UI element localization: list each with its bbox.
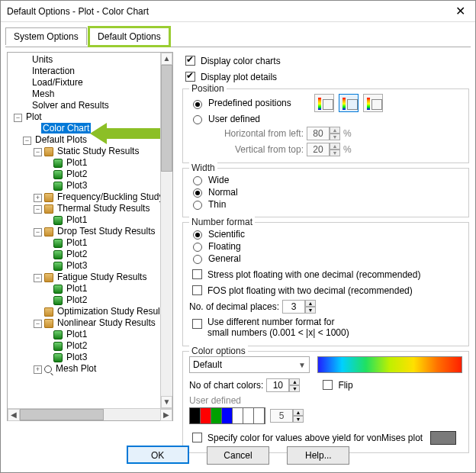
flip-checkbox[interactable]: [323, 380, 333, 390]
scroll-left-icon[interactable]: ◀: [8, 409, 20, 421]
tree-freq[interactable]: Frequency/Buckling Study Results: [56, 191, 160, 202]
spin-up-icon[interactable]: ▲: [305, 300, 316, 307]
tree-load[interactable]: Load/Fixture: [31, 77, 85, 88]
width-thin-radio[interactable]: [193, 201, 202, 210]
spin-down-icon[interactable]: ▼: [330, 150, 340, 156]
cancel-button[interactable]: Cancel: [207, 446, 269, 465]
tree-static-plot1[interactable]: Plot1: [65, 157, 88, 168]
user-defined-count-input[interactable]: [270, 409, 293, 423]
fos-plot-checkbox[interactable]: [192, 285, 202, 295]
color-swatch[interactable]: [211, 408, 222, 423]
predefined-positions-radio[interactable]: [193, 100, 202, 109]
tree-horizontal-scrollbar[interactable]: ◀ ▶: [8, 408, 172, 420]
color-swatch[interactable]: [243, 408, 254, 423]
options-tree[interactable]: Units Interaction Load/Fixture Mesh Solv…: [8, 53, 160, 408]
tree-nonlin-plot3[interactable]: Plot3: [65, 352, 88, 362]
tree-fatigue-plot2[interactable]: Plot2: [65, 294, 88, 305]
spin-up-icon[interactable]: ▲: [293, 409, 304, 416]
spin-down-icon[interactable]: ▼: [293, 416, 304, 423]
tree-nonlin-plot2[interactable]: Plot2: [65, 340, 88, 351]
ok-button[interactable]: OK: [127, 446, 189, 464]
display-color-charts-checkbox[interactable]: [185, 56, 195, 66]
tree-default-plots[interactable]: Default Plots: [34, 134, 88, 145]
collapse-icon[interactable]: −: [34, 228, 42, 236]
tree-fatigue[interactable]: Fatigue Study Results: [56, 272, 148, 282]
position-preset-1[interactable]: [314, 94, 334, 112]
expand-icon[interactable]: +: [34, 194, 42, 202]
user-color-swatches[interactable]: [189, 407, 265, 424]
tree-drop-plot1[interactable]: Plot1: [65, 237, 88, 248]
spin-up-icon[interactable]: ▲: [330, 127, 340, 134]
spin-down-icon[interactable]: ▼: [330, 134, 340, 140]
floating-radio[interactable]: [193, 243, 202, 252]
tree-optim[interactable]: Optimization Study Results: [56, 306, 160, 317]
tree-color-chart[interactable]: Color Chart: [41, 123, 91, 134]
scientific-label: Scientific: [208, 229, 245, 240]
tree-nonlin[interactable]: Nonlinear Study Results: [56, 317, 157, 328]
collapse-icon[interactable]: −: [34, 320, 42, 328]
tree-meshplot[interactable]: Mesh Plot: [54, 363, 98, 374]
close-icon[interactable]: ✕: [445, 1, 475, 22]
user-defined-position-radio[interactable]: [193, 115, 202, 124]
general-radio[interactable]: [193, 255, 202, 264]
tab-default-options[interactable]: Default Options: [89, 27, 169, 45]
tree-thermal-plot1[interactable]: Plot1: [65, 214, 88, 225]
number-format-group: Number format Scientific Floating Genera…: [182, 222, 469, 346]
display-color-charts-label: Display color charts: [201, 56, 281, 66]
stress-plot-checkbox[interactable]: [192, 269, 202, 279]
width-wide-radio[interactable]: [193, 176, 202, 185]
no-of-chart-colors-input[interactable]: [266, 378, 289, 392]
decimal-places-input[interactable]: [282, 300, 305, 314]
tree-fatigue-plot1[interactable]: Plot1: [65, 283, 88, 294]
scroll-down-icon[interactable]: ▼: [161, 396, 172, 408]
tree-plot[interactable]: Plot: [24, 111, 43, 122]
collapse-icon[interactable]: −: [14, 114, 22, 122]
scroll-thumb[interactable]: [161, 65, 172, 172]
different-number-format-checkbox[interactable]: [192, 319, 202, 329]
tree-units[interactable]: Units: [31, 54, 54, 65]
scroll-up-icon[interactable]: ▲: [161, 53, 172, 65]
spin-down-icon[interactable]: ▼: [289, 385, 300, 392]
collapse-icon[interactable]: −: [34, 274, 42, 282]
color-swatch[interactable]: [190, 408, 201, 423]
scroll-right-icon[interactable]: ▶: [160, 409, 172, 421]
color-swatch[interactable]: [222, 408, 233, 423]
position-preset-3[interactable]: [363, 94, 383, 112]
spin-up-icon[interactable]: ▲: [330, 143, 340, 150]
tree-mesh[interactable]: Mesh: [31, 88, 56, 99]
color-swatch[interactable]: [254, 408, 265, 423]
color-options-group: Color options Default ▼ No of chart colo…: [182, 351, 469, 453]
color-swatch[interactable]: [201, 408, 211, 423]
tree-nonlin-plot1[interactable]: Plot1: [65, 329, 88, 339]
spin-up-icon[interactable]: ▲: [289, 378, 300, 385]
collapse-icon[interactable]: −: [23, 137, 31, 145]
scroll-thumb[interactable]: [20, 409, 104, 420]
display-plot-details-checkbox[interactable]: [185, 72, 195, 82]
horizontal-from-left-input[interactable]: [307, 127, 330, 140]
color-map-combo[interactable]: Default ▼: [189, 356, 310, 373]
collapse-icon[interactable]: −: [34, 148, 42, 156]
specify-yield-color-checkbox[interactable]: [192, 433, 202, 442]
tree-thermal[interactable]: Thermal Study Results: [56, 203, 151, 214]
tree-drop[interactable]: Drop Test Study Results: [56, 226, 157, 236]
color-spectrum-preview: [317, 356, 462, 373]
tree-drop-plot3[interactable]: Plot3: [65, 260, 88, 271]
expand-icon[interactable]: +: [34, 365, 42, 374]
scientific-radio[interactable]: [193, 230, 202, 240]
vertical-from-top-input[interactable]: [307, 143, 330, 156]
tree-solver[interactable]: Solver and Results: [31, 100, 111, 111]
tree-static-plot3[interactable]: Plot3: [65, 180, 88, 191]
spin-down-icon[interactable]: ▼: [305, 307, 316, 314]
yield-color-swatch[interactable]: [430, 431, 456, 445]
help-button[interactable]: Help...: [287, 446, 349, 465]
position-preset-2[interactable]: [339, 94, 359, 112]
width-normal-radio[interactable]: [193, 188, 202, 198]
tab-system-options[interactable]: System Options: [5, 27, 87, 45]
tree-static-plot2[interactable]: Plot2: [65, 169, 88, 179]
color-swatch[interactable]: [233, 408, 243, 423]
tree-vertical-scrollbar[interactable]: ▲ ▼: [160, 53, 172, 408]
tree-drop-plot2[interactable]: Plot2: [65, 249, 88, 259]
tree-static[interactable]: Static Study Results: [56, 146, 140, 156]
tree-interaction[interactable]: Interaction: [31, 66, 76, 76]
collapse-icon[interactable]: −: [34, 205, 42, 214]
